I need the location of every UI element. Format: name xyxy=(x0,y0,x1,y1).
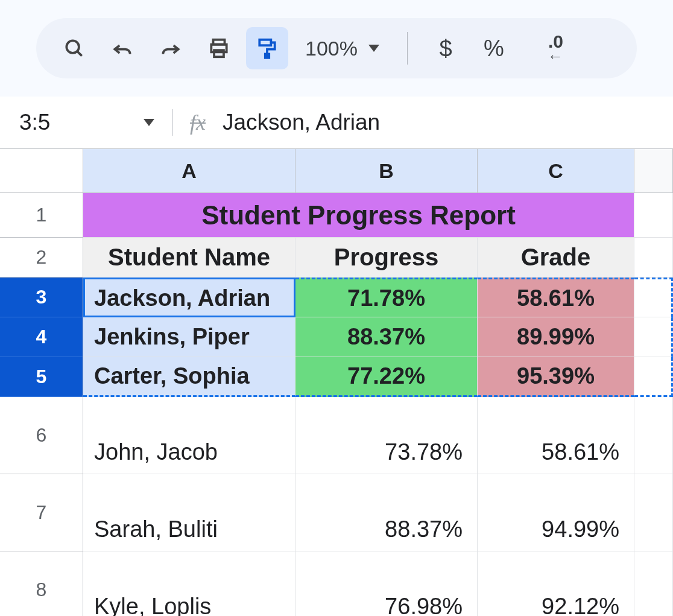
header-student-name[interactable]: Student Name xyxy=(83,238,295,278)
arrow-left-icon: ← xyxy=(548,48,563,64)
row-header-2[interactable]: 2 xyxy=(0,238,83,278)
column-header-a[interactable]: A xyxy=(83,148,295,193)
fx-icon: fx xyxy=(190,110,206,135)
undo-button[interactable] xyxy=(101,27,144,69)
row-header-8[interactable]: 8 xyxy=(0,551,83,616)
cell-extra[interactable] xyxy=(634,278,673,317)
cell-c4[interactable]: 89.99% xyxy=(478,317,634,357)
paint-format-button[interactable] xyxy=(246,27,288,69)
cell-a6[interactable]: John, Jacob xyxy=(83,397,295,474)
cell-a4[interactable]: Jenkins, Piper xyxy=(83,317,295,357)
row-header-5[interactable]: 5 xyxy=(0,357,83,397)
name-box-value: 3:5 xyxy=(19,110,50,135)
redo-icon xyxy=(159,37,182,60)
cell-extra[interactable] xyxy=(634,357,673,397)
cell-extra[interactable] xyxy=(634,474,673,551)
toolbar-container: 100% $ % .0 ← xyxy=(0,0,673,97)
separator xyxy=(172,109,173,136)
percent-button[interactable]: % xyxy=(473,27,515,69)
formula-bar: 3:5 fx xyxy=(0,97,673,148)
toolbar: 100% $ % .0 ← xyxy=(36,18,637,78)
undo-icon xyxy=(111,37,134,60)
chevron-down-icon xyxy=(368,45,379,52)
cell-c5[interactable]: 95.39% xyxy=(478,357,634,397)
cell-a5[interactable]: Carter, Sophia xyxy=(83,357,295,397)
cell-b6[interactable]: 73.78% xyxy=(295,397,478,474)
row-header-3[interactable]: 3 xyxy=(0,278,83,317)
cell-b7[interactable]: 88.37% xyxy=(295,474,478,551)
header-progress[interactable]: Progress xyxy=(295,238,478,278)
cell-b3[interactable]: 71.78% xyxy=(295,278,478,317)
cell-c8[interactable]: 92.12% xyxy=(478,551,634,616)
svg-rect-5 xyxy=(259,40,271,46)
svg-line-1 xyxy=(77,51,82,56)
cell-a3[interactable]: Jackson, Adrian xyxy=(83,278,295,317)
cell-extra[interactable] xyxy=(634,551,673,616)
cell-extra[interactable] xyxy=(634,317,673,357)
svg-rect-4 xyxy=(214,50,224,57)
cell-c3[interactable]: 58.61% xyxy=(478,278,634,317)
cell-c7[interactable]: 94.99% xyxy=(478,474,634,551)
paint-format-icon xyxy=(256,37,279,60)
chevron-down-icon xyxy=(144,119,154,126)
name-box[interactable]: 3:5 xyxy=(19,110,172,135)
cell-a8[interactable]: Kyle, Loplis xyxy=(83,551,295,616)
search-button[interactable] xyxy=(53,27,95,69)
cell-c6[interactable]: 58.61% xyxy=(478,397,634,474)
cell-extra[interactable] xyxy=(634,193,673,238)
row-header-1[interactable]: 1 xyxy=(0,193,83,238)
spreadsheet-grid[interactable]: A B C 1 Student Progress Report 2 Studen… xyxy=(0,148,673,616)
select-all-corner[interactable] xyxy=(0,148,83,193)
row-header-4[interactable]: 4 xyxy=(0,317,83,357)
cell-extra[interactable] xyxy=(634,238,673,278)
row-header-7[interactable]: 7 xyxy=(0,474,83,551)
zoom-dropdown[interactable]: 100% xyxy=(305,37,379,60)
print-button[interactable] xyxy=(198,27,240,69)
formula-input[interactable] xyxy=(223,110,673,135)
column-header-extra[interactable] xyxy=(634,148,673,193)
cell-a7[interactable]: Sarah, Buliti xyxy=(83,474,295,551)
title-cell[interactable]: Student Progress Report xyxy=(83,193,634,238)
redo-button[interactable] xyxy=(150,27,192,69)
decrease-decimal-button[interactable]: .0 ← xyxy=(521,27,563,69)
cell-b4[interactable]: 88.37% xyxy=(295,317,478,357)
column-header-b[interactable]: B xyxy=(295,148,478,193)
column-header-c[interactable]: C xyxy=(478,148,634,193)
row-header-6[interactable]: 6 xyxy=(0,397,83,474)
print-icon xyxy=(207,37,230,60)
search-icon xyxy=(63,37,86,60)
cell-extra[interactable] xyxy=(634,397,673,474)
cell-b8[interactable]: 76.98% xyxy=(295,551,478,616)
separator xyxy=(407,32,408,65)
cell-b5[interactable]: 77.22% xyxy=(295,357,478,397)
svg-point-0 xyxy=(66,40,79,53)
currency-button[interactable]: $ xyxy=(425,27,467,69)
svg-rect-6 xyxy=(265,54,269,58)
header-grade[interactable]: Grade xyxy=(478,238,634,278)
zoom-value: 100% xyxy=(305,37,358,60)
